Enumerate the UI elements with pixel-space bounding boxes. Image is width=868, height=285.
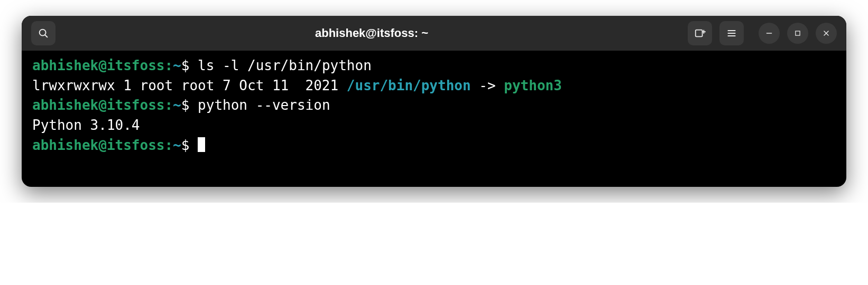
prompt-userhost: abhishek@itsfoss — [32, 58, 164, 73]
close-button[interactable] — [816, 23, 837, 44]
hamburger-menu-icon — [726, 28, 737, 39]
ls-output-target: python3 — [504, 78, 562, 93]
svg-rect-2 — [696, 30, 703, 37]
maximize-icon — [794, 30, 801, 37]
prompt-dollar: $ — [181, 58, 198, 73]
prompt-line-3: abhishek@itsfoss:~$ — [32, 137, 205, 153]
prompt-cwd: ~ — [173, 97, 181, 113]
prompt-colon: : — [164, 137, 173, 153]
new-tab-icon — [694, 27, 706, 39]
menu-button[interactable] — [719, 21, 744, 45]
window-title: abhishek@itsfoss: ~ — [61, 26, 682, 40]
minimize-button[interactable] — [759, 23, 780, 44]
ls-output-arrow: -> — [471, 78, 504, 93]
prompt-dollar: $ — [181, 97, 198, 113]
new-tab-button[interactable] — [688, 21, 712, 45]
prompt-cwd: ~ — [173, 137, 181, 153]
terminal-output[interactable]: abhishek@itsfoss:~$ ls -l /usr/bin/pytho… — [22, 51, 846, 187]
minimize-icon — [765, 29, 773, 37]
command-1: ls -l /usr/bin/python — [198, 58, 372, 73]
search-icon — [38, 27, 49, 39]
prompt-colon: : — [164, 97, 173, 113]
terminal-window: abhishek@itsfoss: ~ — [22, 16, 846, 187]
prompt-colon: : — [164, 58, 173, 73]
close-icon — [822, 29, 830, 37]
prompt-cwd: ~ — [173, 58, 181, 73]
prompt-userhost: abhishek@itsfoss — [32, 137, 164, 153]
prompt-dollar: $ — [181, 137, 198, 153]
terminal-cursor — [198, 137, 205, 152]
prompt-userhost: abhishek@itsfoss — [32, 97, 164, 113]
prompt-line-1: abhishek@itsfoss:~$ ls -l /usr/bin/pytho… — [32, 58, 372, 73]
output-line-2: Python 3.10.4 — [32, 117, 140, 133]
window-titlebar[interactable]: abhishek@itsfoss: ~ — [22, 16, 846, 51]
svg-rect-9 — [796, 31, 800, 35]
maximize-button[interactable] — [787, 23, 808, 44]
prompt-line-2: abhishek@itsfoss:~$ python --version — [32, 97, 330, 113]
output-line-1: lrwxrwxrwx 1 root root 7 Oct 11 2021 /us… — [32, 78, 562, 93]
command-2: python --version — [198, 97, 330, 113]
svg-line-1 — [45, 35, 47, 37]
ls-output-symlink: /usr/bin/python — [347, 78, 471, 93]
ls-output-prefix: lrwxrwxrwx 1 root root 7 Oct 11 2021 — [32, 78, 347, 93]
search-button[interactable] — [31, 21, 56, 45]
